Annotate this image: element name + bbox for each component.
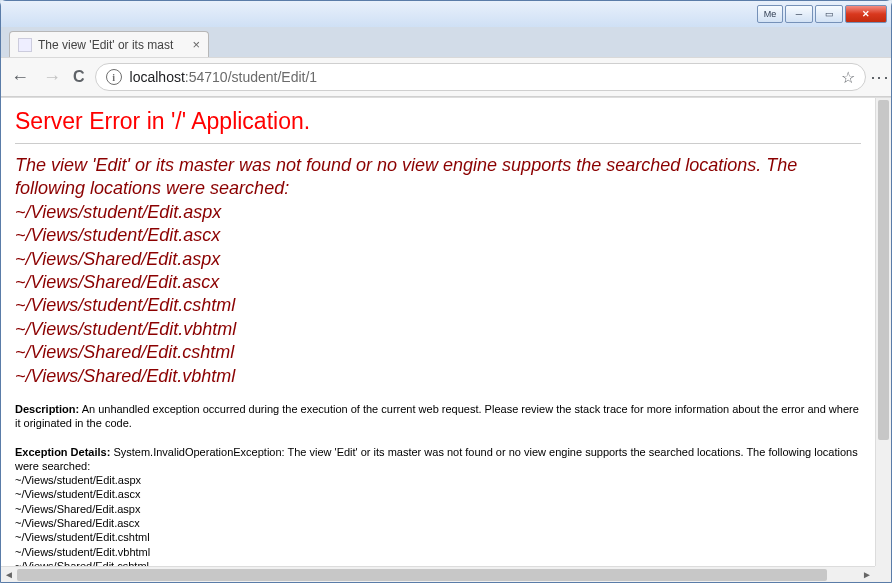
forward-button: →	[41, 67, 63, 88]
location-line: ~/Views/student/Edit.cshtml	[15, 295, 235, 315]
menu-icon[interactable]: ⋮	[876, 69, 883, 85]
exception-location-line: ~/Views/student/Edit.aspx	[15, 474, 141, 486]
address-bar[interactable]: i localhost:54710/student/Edit/1 ☆	[95, 63, 866, 91]
user-badge[interactable]: Me	[757, 5, 783, 23]
exception-location-line: ~/Views/Shared/Edit.ascx	[15, 517, 140, 529]
vertical-scrollbar[interactable]	[875, 98, 891, 566]
location-line: ~/Views/Shared/Edit.aspx	[15, 249, 220, 269]
bookmark-star-icon[interactable]: ☆	[841, 68, 855, 87]
error-title: Server Error in '/' Application.	[15, 108, 861, 135]
browser-toolbar: ← → C i localhost:54710/student/Edit/1 ☆…	[1, 57, 891, 97]
reload-button[interactable]: C	[73, 68, 85, 86]
tab-title: The view 'Edit' or its mast	[38, 38, 186, 52]
site-info-icon[interactable]: i	[106, 69, 122, 85]
error-message: The view 'Edit' or its master was not fo…	[15, 154, 861, 388]
maximize-button[interactable]: ▭	[815, 5, 843, 23]
window-titlebar: Me ─ ▭ ✕	[1, 1, 891, 27]
exception-location-line: ~/Views/Shared/Edit.aspx	[15, 503, 140, 515]
tab-strip: The view 'Edit' or its mast ×	[1, 27, 891, 57]
scroll-track[interactable]	[17, 569, 859, 581]
scroll-corner	[875, 566, 891, 582]
location-line: ~/Views/student/Edit.vbhtml	[15, 319, 236, 339]
favicon-icon	[18, 38, 32, 52]
location-line: ~/Views/student/Edit.ascx	[15, 225, 220, 245]
location-line: ~/Views/Shared/Edit.vbhtml	[15, 366, 235, 386]
url-text: localhost:54710/student/Edit/1	[130, 69, 833, 85]
location-line: ~/Views/Shared/Edit.ascx	[15, 272, 219, 292]
tab-close-icon[interactable]: ×	[192, 37, 200, 52]
browser-tab[interactable]: The view 'Edit' or its mast ×	[9, 31, 209, 57]
back-button[interactable]: ←	[9, 67, 31, 88]
exception-location-line: ~/Views/student/Edit.cshtml	[15, 531, 150, 543]
browser-window: Me ─ ▭ ✕ The view 'Edit' or its mast × ←…	[0, 0, 892, 583]
location-line: ~/Views/Shared/Edit.cshtml	[15, 342, 234, 362]
error-description: Description: An unhandled exception occu…	[15, 402, 861, 431]
exception-details: Exception Details: System.InvalidOperati…	[15, 445, 861, 567]
exception-location-line: ~/Views/student/Edit.vbhtml	[15, 546, 150, 558]
divider	[15, 143, 861, 144]
scroll-right-icon[interactable]: ►	[859, 569, 875, 580]
page-content: Server Error in '/' Application. The vie…	[1, 98, 875, 566]
horizontal-scrollbar[interactable]: ◄ ►	[1, 566, 875, 582]
viewport: Server Error in '/' Application. The vie…	[1, 97, 891, 582]
scroll-left-icon[interactable]: ◄	[1, 569, 17, 580]
scroll-thumb[interactable]	[878, 100, 889, 440]
window-close-button[interactable]: ✕	[845, 5, 887, 23]
location-line: ~/Views/student/Edit.aspx	[15, 202, 221, 222]
exception-location-line: ~/Views/student/Edit.ascx	[15, 488, 140, 500]
minimize-button[interactable]: ─	[785, 5, 813, 23]
scroll-thumb[interactable]	[17, 569, 827, 581]
